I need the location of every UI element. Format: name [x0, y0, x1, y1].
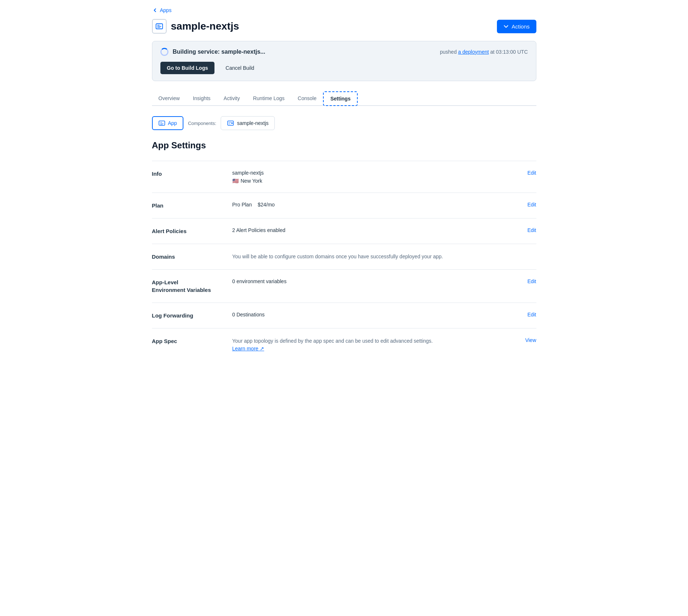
- component-icon: [227, 119, 234, 127]
- app-settings-heading: App Settings: [152, 140, 536, 151]
- settings-content-domains: You will be able to configure custom dom…: [232, 253, 514, 261]
- settings-label-log-forwarding: Log Forwarding: [152, 312, 232, 319]
- tabs: Overview Insights Activity Runtime Logs …: [152, 91, 536, 106]
- page-title: sample-nextjs: [171, 20, 239, 32]
- page-header: sample-nextjs Actions: [152, 19, 536, 34]
- alert-policies-text: 2 Alert Policies enabled: [232, 227, 286, 233]
- settings-content-env-vars: 0 environment variables: [232, 278, 514, 284]
- settings-edit-info[interactable]: Edit: [514, 170, 536, 176]
- app-spec-text: Your app topology is defined by the app …: [232, 337, 514, 353]
- tab-settings[interactable]: Settings: [323, 91, 358, 106]
- settings-row-app-spec: App Spec Your app topology is defined by…: [152, 328, 536, 361]
- app-icon: [152, 19, 167, 34]
- edit-env-vars-link[interactable]: Edit: [527, 278, 536, 284]
- settings-edit-app-spec[interactable]: View: [514, 337, 536, 343]
- settings-label-env-vars: App-Level Environment Variables: [152, 278, 232, 294]
- settings-row-info: Info sample-nextjs 🇺🇸 New York Edit: [152, 161, 536, 193]
- actions-button[interactable]: Actions: [497, 20, 536, 33]
- settings-row-alert-policies: Alert Policies 2 Alert Policies enabled …: [152, 218, 536, 244]
- plan-price: $24/mo: [258, 202, 275, 208]
- settings-content-alert-policies: 2 Alert Policies enabled: [232, 227, 514, 233]
- settings-content-log-forwarding: 0 Destinations: [232, 312, 514, 317]
- component-name-label: sample-nextjs: [237, 120, 269, 126]
- build-meta-deployment-link[interactable]: a deployment: [458, 49, 489, 55]
- tab-insights[interactable]: Insights: [186, 91, 217, 106]
- env-vars-text: 0 environment variables: [232, 278, 287, 284]
- settings-row-plan: Plan Pro Plan $24/mo Edit: [152, 193, 536, 218]
- tab-activity[interactable]: Activity: [217, 91, 246, 106]
- build-status-text: Building service: sample-nextjs...: [173, 49, 265, 55]
- app-component-button[interactable]: App: [152, 116, 184, 130]
- build-actions: Go to Build Logs Cancel Build: [160, 62, 528, 74]
- settings-content-app-spec: Your app topology is defined by the app …: [232, 337, 514, 353]
- app-component-label: App: [168, 120, 177, 126]
- build-spinner: [160, 48, 168, 56]
- go-to-build-logs-button[interactable]: Go to Build Logs: [160, 62, 215, 74]
- edit-log-forwarding-link[interactable]: Edit: [527, 312, 536, 317]
- settings-content-plan: Pro Plan $24/mo: [232, 202, 514, 208]
- plan-name: Pro Plan: [232, 202, 252, 208]
- view-app-spec-link[interactable]: View: [525, 337, 536, 343]
- settings-label-app-spec: App Spec: [152, 337, 232, 345]
- settings-label-plan: Plan: [152, 202, 232, 209]
- actions-button-label: Actions: [512, 23, 529, 30]
- settings-edit-log-forwarding[interactable]: Edit: [514, 312, 536, 317]
- region-name: New York: [241, 178, 262, 184]
- back-nav-label: Apps: [160, 7, 172, 13]
- back-arrow-icon: [152, 7, 158, 13]
- edit-info-link[interactable]: Edit: [527, 170, 536, 176]
- domains-text: You will be able to configure custom dom…: [232, 254, 443, 259]
- settings-edit-plan[interactable]: Edit: [514, 202, 536, 208]
- svg-point-3: [231, 122, 233, 124]
- component-selector: App Components: sample-nextjs: [152, 116, 536, 130]
- build-meta-time: at 03:13:00 UTC: [490, 49, 528, 55]
- settings-row-domains: Domains You will be able to configure cu…: [152, 244, 536, 269]
- tab-console[interactable]: Console: [291, 91, 323, 106]
- log-forwarding-text: 0 Destinations: [232, 312, 265, 317]
- settings-row-log-forwarding: Log Forwarding 0 Destinations Edit: [152, 303, 536, 328]
- build-banner-top: Building service: sample-nextjs... pushe…: [160, 48, 528, 56]
- settings-edit-env-vars[interactable]: Edit: [514, 278, 536, 284]
- build-meta-pushed: pushed: [440, 49, 457, 55]
- app-component-icon: [159, 120, 165, 126]
- cancel-build-button[interactable]: Cancel Build: [219, 62, 261, 74]
- edit-plan-link[interactable]: Edit: [527, 202, 536, 208]
- settings-row-env-vars: App-Level Environment Variables 0 enviro…: [152, 269, 536, 303]
- build-banner: Building service: sample-nextjs... pushe…: [152, 41, 536, 81]
- app-spec-learn-more-link[interactable]: Learn more ↗: [232, 346, 264, 351]
- edit-alert-policies-link[interactable]: Edit: [527, 227, 536, 233]
- settings-label-domains: Domains: [152, 253, 232, 261]
- build-meta: pushed a deployment at 03:13:00 UTC: [440, 49, 528, 55]
- settings-content-info: sample-nextjs 🇺🇸 New York: [232, 170, 514, 184]
- back-nav[interactable]: Apps: [152, 7, 536, 13]
- tab-overview[interactable]: Overview: [152, 91, 186, 106]
- tab-runtime-logs[interactable]: Runtime Logs: [246, 91, 291, 106]
- page-title-group: sample-nextjs: [152, 19, 239, 34]
- settings-edit-alert-policies[interactable]: Edit: [514, 227, 536, 233]
- info-region: 🇺🇸 New York: [232, 178, 514, 184]
- plan-info: Pro Plan $24/mo: [232, 202, 514, 208]
- components-label: Components:: [188, 121, 216, 126]
- sample-nextjs-component[interactable]: sample-nextjs: [221, 116, 275, 130]
- info-app-name: sample-nextjs: [232, 170, 514, 176]
- settings-label-alert-policies: Alert Policies: [152, 227, 232, 235]
- settings-label-info: Info: [152, 170, 232, 178]
- chevron-down-icon: [503, 24, 509, 29]
- flag-icon: 🇺🇸: [232, 178, 239, 184]
